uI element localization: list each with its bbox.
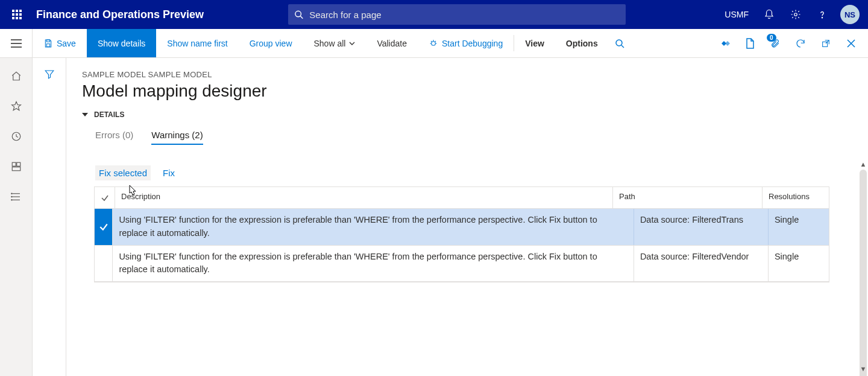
svg-rect-16	[46, 40, 49, 42]
app-launcher-icon[interactable]	[5, 0, 29, 29]
search-input[interactable]	[309, 10, 620, 20]
diamond-icon	[719, 39, 730, 48]
close-icon	[847, 39, 855, 48]
attachments-badge: 0	[767, 34, 776, 42]
refresh-button[interactable]	[790, 29, 811, 58]
refresh-icon	[795, 38, 806, 49]
svg-marker-27	[725, 41, 730, 46]
svg-rect-3	[12, 13, 14, 16]
favorites-nav-icon[interactable]	[4, 99, 28, 113]
show-all-dropdown[interactable]: Show all	[303, 29, 366, 57]
popout-button[interactable]	[815, 29, 837, 58]
tab-errors[interactable]: Errors (0)	[95, 130, 133, 145]
workspaces-nav-icon[interactable]	[4, 159, 28, 174]
svg-rect-7	[16, 17, 18, 19]
start-debugging-button[interactable]: Start Debugging	[418, 29, 514, 57]
recent-nav-icon[interactable]	[4, 129, 28, 144]
options-menu[interactable]: Options	[555, 29, 609, 57]
row-select[interactable]	[95, 209, 113, 245]
svg-rect-6	[12, 17, 14, 19]
grid-actions: Fix selected Fix	[82, 165, 854, 180]
svg-point-39	[11, 193, 12, 194]
svg-point-24	[616, 40, 622, 46]
cell-description: Using 'FILTER' function for the expressi…	[113, 246, 634, 282]
page-title: Model mapping designer	[82, 81, 854, 101]
svg-rect-8	[19, 17, 22, 19]
table-row[interactable]: Using 'FILTER' function for the expressi…	[95, 209, 829, 246]
close-button[interactable]	[840, 29, 862, 58]
svg-point-41	[11, 200, 12, 201]
search-icon	[294, 10, 303, 19]
global-header: Finance and Operations Preview USMF NS	[0, 0, 868, 29]
search-container	[288, 4, 626, 25]
svg-rect-33	[12, 162, 16, 166]
nav-toggle-button[interactable]	[0, 29, 33, 57]
cell-path: Data source: FilteredVendor	[634, 246, 769, 282]
related-info-button[interactable]	[714, 29, 735, 58]
svg-rect-35	[12, 167, 20, 171]
home-nav-icon[interactable]	[4, 69, 28, 83]
open-office-button[interactable]	[739, 29, 761, 58]
help-icon[interactable]	[810, 0, 834, 29]
col-resolutions[interactable]: Resolutions	[763, 187, 829, 208]
tab-warnings[interactable]: Warnings (2)	[151, 130, 203, 145]
svg-rect-17	[46, 43, 49, 46]
find-button[interactable]	[609, 29, 631, 58]
filter-pane	[33, 58, 66, 376]
details-tabs: Errors (0) Warnings (2)	[82, 130, 854, 145]
show-details-button[interactable]: Show details	[87, 29, 156, 57]
save-icon	[43, 39, 53, 48]
content-area: SAMPLE MODEL SAMPLE MODEL Model mapping …	[66, 58, 868, 376]
show-name-first-button[interactable]: Show name first	[156, 29, 238, 57]
fix-link[interactable]: Fix	[159, 165, 178, 180]
document-icon	[745, 38, 755, 49]
action-bar-right: 0	[714, 29, 868, 57]
details-label: DETAILS	[94, 110, 124, 119]
header-right: USMF NS	[719, 0, 863, 29]
svg-point-12	[822, 18, 822, 18]
product-title: Finance and Operations Preview	[29, 8, 204, 21]
svg-rect-4	[16, 13, 18, 16]
fix-selected-link[interactable]: Fix selected	[95, 165, 151, 180]
grid-header: Description Path Resolutions	[95, 187, 829, 209]
group-view-button[interactable]: Group view	[239, 29, 303, 57]
scroll-up-arrow[interactable]: ▲	[858, 159, 868, 169]
table-row[interactable]: Using 'FILTER' function for the expressi…	[95, 246, 829, 282]
details-section-toggle[interactable]: DETAILS	[82, 110, 124, 119]
svg-point-9	[295, 11, 301, 17]
cell-path: Data source: FilteredTrans	[634, 209, 769, 245]
svg-rect-5	[19, 13, 22, 16]
svg-rect-34	[16, 162, 20, 166]
svg-point-18	[432, 41, 436, 45]
cell-resolutions: Single	[769, 209, 829, 245]
left-nav-rail	[0, 58, 33, 376]
modules-nav-icon[interactable]	[4, 190, 28, 204]
svg-point-11	[794, 13, 797, 16]
validate-button[interactable]: Validate	[366, 29, 418, 57]
cell-resolutions: Single	[769, 246, 829, 282]
scroll-down-arrow[interactable]: ▼	[858, 364, 868, 374]
attachments-button[interactable]: 0	[764, 29, 786, 58]
filter-icon[interactable]	[44, 69, 55, 376]
warnings-grid: Description Path Resolutions Using 'FILT…	[94, 186, 829, 282]
chevron-down-icon	[349, 40, 355, 46]
svg-marker-31	[11, 102, 20, 110]
row-select[interactable]	[95, 246, 113, 282]
svg-line-25	[621, 45, 624, 48]
settings-icon[interactable]	[784, 0, 808, 29]
svg-line-22	[431, 41, 432, 42]
save-button[interactable]: Save	[33, 29, 87, 57]
search-box[interactable]	[288, 4, 626, 25]
svg-rect-0	[12, 10, 14, 12]
breadcrumb: SAMPLE MODEL SAMPLE MODEL	[82, 70, 854, 79]
col-description[interactable]: Description	[115, 187, 613, 208]
save-label: Save	[57, 39, 76, 48]
bug-icon	[429, 39, 438, 48]
select-all-header[interactable]	[95, 187, 115, 208]
user-avatar[interactable]: NS	[840, 5, 860, 24]
notifications-icon[interactable]	[757, 0, 781, 29]
view-menu[interactable]: View	[514, 29, 555, 57]
col-path[interactable]: Path	[613, 187, 763, 208]
company-picker[interactable]: USMF	[719, 10, 755, 19]
vertical-scrollbar[interactable]	[860, 170, 867, 376]
